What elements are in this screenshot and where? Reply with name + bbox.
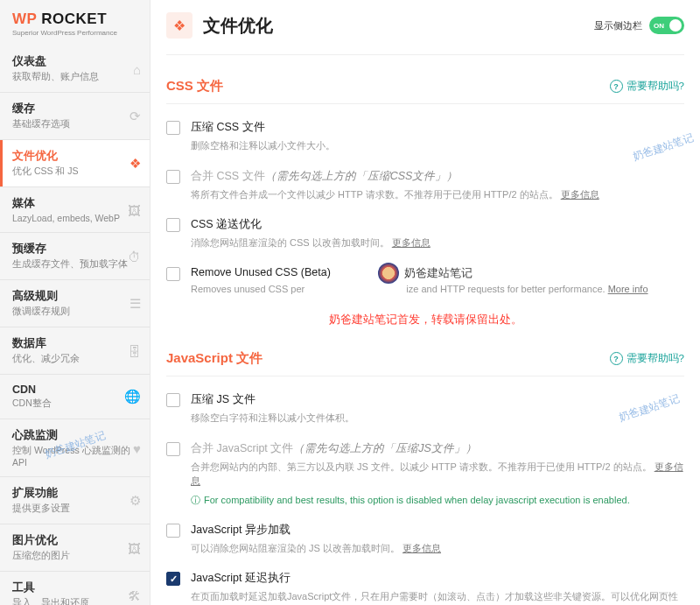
nav-title: 仪表盘 xyxy=(12,54,137,69)
nav-sub: 提供更多设置 xyxy=(12,503,137,515)
sidebar-toggle[interactable]: ON xyxy=(649,17,684,34)
nav-list: 仪表盘获取帮助、账户信息⌂缓存基础缓存选项⟳文件优化优化 CSS 和 JS❖媒体… xyxy=(0,46,150,605)
nav-title: CDN xyxy=(12,383,137,396)
option-desc: 删除空格和注释以减小文件大小。 xyxy=(191,138,684,153)
sidebar-item-11[interactable]: 工具导入、导出和还原🛠 xyxy=(0,572,150,605)
toggle-on-text: ON xyxy=(654,22,664,30)
nav-icon: ❖ xyxy=(130,156,141,172)
nav-sub: 生成缓存文件、预加载字体 xyxy=(12,258,137,271)
sidebar-item-8[interactable]: 心跳监测控制 WordPress 心跳监测的 API♥ xyxy=(0,419,150,477)
sidebar-item-9[interactable]: 扩展功能提供更多设置⚙ xyxy=(0,477,150,524)
nav-icon: 🖼 xyxy=(128,540,141,555)
option-desc: 在页面加载时延迟加载JavaScript文件，只在用户需要时（如滚动、点击）才加… xyxy=(191,589,684,605)
sidebar-item-10[interactable]: 图片优化压缩您的图片🖼 xyxy=(0,524,150,572)
nav-sub: 基础缓存选项 xyxy=(12,118,137,130)
nav-icon: 🛠 xyxy=(128,587,141,602)
option-checkbox[interactable] xyxy=(166,121,180,135)
option-row: Remove Unused CSS (Beta)Removes unused C… xyxy=(166,266,684,297)
nav-sub: 优化 CSS 和 JS xyxy=(12,165,137,178)
nav-title: 高级规则 xyxy=(12,289,137,304)
option-row: 压缩 JS 文件移除空白字符和注释以减小文件体积。 xyxy=(166,392,684,426)
option-title: CSS 递送优化 xyxy=(191,217,684,232)
option-checkbox[interactable] xyxy=(166,572,180,586)
nav-title: 媒体 xyxy=(12,196,137,211)
nav-sub: CDN整合 xyxy=(12,397,137,410)
sidebar-item-0[interactable]: 仪表盘获取帮助、账户信息⌂ xyxy=(0,46,150,93)
nav-icon: 🖼 xyxy=(128,202,141,217)
option-row: 合并 JavaScript 文件（需先勾选上方的「压缩JS文件」）合并您网站内的… xyxy=(166,441,684,507)
option-checkbox[interactable] xyxy=(166,393,180,407)
option-title: 合并 CSS 文件（需先勾选上方的「压缩CSS文件」） xyxy=(191,169,684,184)
option-checkbox[interactable] xyxy=(166,170,180,184)
option-checkbox[interactable] xyxy=(166,218,180,232)
nav-sub: 控制 WordPress 心跳监测的 API xyxy=(12,445,137,468)
sidebar-item-7[interactable]: CDNCDN整合🌐 xyxy=(0,375,150,419)
sidebar-item-3[interactable]: 媒体LazyLoad, embeds, WebP🖼 xyxy=(0,187,150,233)
nav-sub: 微调缓存规则 xyxy=(12,306,137,318)
nav-title: 文件优化 xyxy=(12,149,137,164)
option-row: JavaScript 异步加载可以消除您网站阻塞渲染的 JS 以改善加载时间。 … xyxy=(166,523,684,556)
sidebar-item-6[interactable]: 数据库优化、减少冗余🗄 xyxy=(0,327,150,375)
option-desc: Removes unused CSS per xxxxxxxxxxxxxxxxx… xyxy=(191,282,684,297)
compat-note: ⓘ For compatibility and best results, th… xyxy=(191,494,684,507)
sidebar-item-4[interactable]: 预缓存生成缓存文件、预加载字体⏱ xyxy=(0,233,150,280)
option-row: CSS 递送优化消除您网站阻塞渲染的 CSS 以改善加载时间。 更多信息 xyxy=(166,217,684,250)
option-title: 合并 JavaScript 文件（需先勾选上方的「压缩JS文件」） xyxy=(191,441,684,456)
option-desc: 将所有文件合并成一个文件以减少 HTTP 请求数。不推荐用于已使用 HTTP/2… xyxy=(191,187,684,202)
more-info-link[interactable]: 更多信息 xyxy=(402,543,441,553)
logo: WP ROCKET Superior WordPress Performance xyxy=(0,0,150,46)
nav-title: 数据库 xyxy=(12,336,137,351)
option-row: JavaScript 延迟执行在页面加载时延迟加载JavaScript文件，只在… xyxy=(166,571,684,605)
page-header: ❖ 文件优化 显示侧边栏 ON xyxy=(166,0,684,55)
option-title: 压缩 JS 文件 xyxy=(191,392,684,407)
option-title: Remove Unused CSS (Beta) xyxy=(191,266,684,278)
sidebar: WP ROCKET Superior WordPress Performance… xyxy=(0,0,150,605)
option-title: JavaScript 延迟执行 xyxy=(191,571,684,586)
nav-icon: ⟳ xyxy=(130,109,141,124)
option-desc: 可以消除您网站阻塞渲染的 JS 以改善加载时间。 更多信息 xyxy=(191,541,684,556)
stack-icon: ❖ xyxy=(166,12,192,39)
logo-tagline: Superior WordPress Performance xyxy=(12,29,137,37)
nav-icon: 🌐 xyxy=(124,389,141,405)
page-title: 文件优化 xyxy=(203,14,594,38)
nav-icon: 🗄 xyxy=(128,343,141,358)
section-js-title: JavaScript 文件 xyxy=(166,350,262,367)
info-icon: ⓘ xyxy=(191,494,200,507)
nav-sub: 导入、导出和还原 xyxy=(12,597,137,605)
sidebar-toggle-label: 显示侧边栏 xyxy=(594,19,642,32)
help-link-js[interactable]: 需要帮助吗? xyxy=(610,352,684,365)
more-info-link[interactable]: 更多信息 xyxy=(561,189,599,200)
main-content: ❖ 文件优化 显示侧边栏 ON CSS 文件 需要帮助吗? 压缩 CSS 文件删… xyxy=(150,0,700,605)
nav-sub: 压缩您的图片 xyxy=(12,550,137,562)
nav-icon: ♥ xyxy=(133,440,141,455)
section-css: CSS 文件 需要帮助吗? 压缩 CSS 文件删除空格和注释以减小文件大小。合并… xyxy=(166,78,684,296)
sidebar-item-1[interactable]: 缓存基础缓存选项⟳ xyxy=(0,93,150,140)
option-checkbox[interactable] xyxy=(166,442,180,456)
sidebar-item-5[interactable]: 高级规则微调缓存规则☰ xyxy=(0,280,150,327)
nav-title: 缓存 xyxy=(12,102,137,116)
nav-icon: ⏱ xyxy=(128,249,141,264)
option-desc: 移除空白字符和注释以减小文件体积。 xyxy=(191,411,684,426)
more-info-link[interactable]: More info xyxy=(608,284,648,294)
section-js: JavaScript 文件 需要帮助吗? 压缩 JS 文件移除空白字符和注释以减… xyxy=(166,350,684,605)
option-checkbox[interactable] xyxy=(166,267,180,281)
option-title: JavaScript 异步加载 xyxy=(191,523,684,538)
option-title: 压缩 CSS 文件 xyxy=(191,120,684,135)
more-info-link[interactable]: 更多信息 xyxy=(392,237,430,248)
nav-title: 预缓存 xyxy=(12,242,137,257)
section-css-title: CSS 文件 xyxy=(166,78,223,95)
nav-icon: ⌂ xyxy=(133,61,141,76)
option-row: 压缩 CSS 文件删除空格和注释以减小文件大小。 xyxy=(166,120,684,153)
nav-title: 图片优化 xyxy=(12,533,137,548)
nav-sub: 获取帮助、账户信息 xyxy=(12,71,137,83)
watermark-notice: 奶爸建站笔记首发，转载请保留出处。 xyxy=(166,312,684,327)
more-info-link[interactable]: 更多信息 xyxy=(191,461,683,487)
logo-rocket: ROCKET xyxy=(41,11,107,27)
sidebar-item-2[interactable]: 文件优化优化 CSS 和 JS❖ xyxy=(0,140,150,187)
nav-sub: 优化、减少冗余 xyxy=(12,353,137,365)
nav-sub: LazyLoad, embeds, WebP xyxy=(12,213,137,223)
option-desc: 合并您网站内的内部、第三方以及内联 JS 文件。以减少 HTTP 请求数。不推荐… xyxy=(191,460,684,489)
help-link-css[interactable]: 需要帮助吗? xyxy=(610,80,684,93)
nav-title: 工具 xyxy=(12,580,137,595)
option-checkbox[interactable] xyxy=(166,524,180,538)
